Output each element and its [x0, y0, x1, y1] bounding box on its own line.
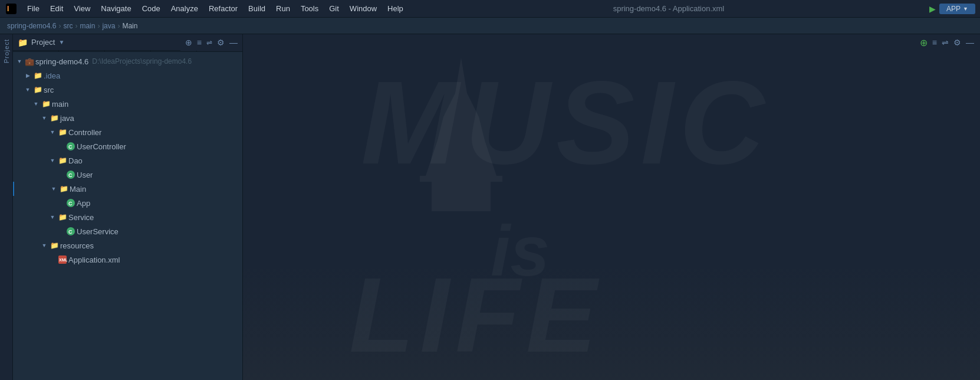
- menu-tools[interactable]: Tools: [296, 3, 323, 14]
- menu-analyze[interactable]: Analyze: [166, 3, 203, 14]
- editor-toolbar-close[interactable]: —: [965, 37, 975, 48]
- tree-item-mainfolder[interactable]: ▼ 📁 Main: [13, 182, 242, 196]
- tree-item-applicationxml[interactable]: XML Application.xml: [13, 253, 242, 267]
- tree-icon-src: 📁: [33, 85, 42, 94]
- tree-item-service[interactable]: ▼ 📁 Service: [13, 210, 242, 224]
- svg-text:I: I: [7, 5, 9, 13]
- breadcrumb-main[interactable]: main: [80, 22, 95, 30]
- tree-icon-service: 📁: [58, 212, 67, 222]
- tree-icon-java: 📁: [50, 113, 59, 123]
- breadcrumb-sep-2: ›: [97, 22, 100, 30]
- tree-icon-controller: 📁: [58, 127, 67, 137]
- bg-landscape: [243, 262, 980, 380]
- svg-text:C: C: [68, 229, 73, 235]
- menu-file[interactable]: File: [22, 3, 44, 14]
- panel-toolbar-add[interactable]: ⊕: [184, 37, 193, 48]
- tree-label-dao: Dao: [68, 156, 83, 165]
- tree-arrow-app: [57, 199, 65, 207]
- tree-arrow-user: [57, 171, 65, 179]
- tree-label-resources: resources: [60, 241, 94, 250]
- menu-code[interactable]: Code: [137, 3, 165, 14]
- breadcrumb-java[interactable]: java: [102, 22, 115, 30]
- panel-title: Project: [31, 38, 55, 47]
- menu-git[interactable]: Git: [324, 3, 344, 14]
- tree-label-service: Service: [68, 213, 94, 222]
- panel-toolbar-collapse[interactable]: ≡: [196, 37, 203, 48]
- breadcrumb-project[interactable]: spring-demo4.6: [7, 22, 56, 30]
- panel-toolbar-settings[interactable]: ⚙: [216, 37, 226, 48]
- tree-item-dao[interactable]: ▼ 📁 Dao: [13, 153, 242, 168]
- tree-item-java[interactable]: ▼ 📁 java: [13, 111, 242, 125]
- editor-toolbar-collapse-all[interactable]: ≡: [931, 37, 938, 48]
- tree-label-main: main: [52, 100, 68, 109]
- tree-arrow-applicationxml: [48, 255, 57, 264]
- app-button-chevron: ▼: [963, 6, 968, 12]
- run-app-button[interactable]: APP ▼: [939, 4, 975, 14]
- tree-label-java: java: [60, 114, 74, 123]
- tree-arrow-userservice: [57, 227, 65, 235]
- tree-arrow-idea: ▶: [24, 71, 32, 80]
- editor-toolbar-expand[interactable]: ⇌: [940, 37, 950, 48]
- tree-item-resources[interactable]: ▼ 📁 resources: [13, 238, 242, 253]
- tree-arrow-main: ▼: [32, 100, 40, 108]
- panel-toolbar-close[interactable]: —: [228, 37, 239, 48]
- breadcrumb: spring-demo4.6 › src › main › java › Mai…: [0, 18, 980, 34]
- svg-text:C: C: [68, 144, 73, 150]
- breadcrumb-mainfolder[interactable]: Main: [122, 22, 137, 30]
- tree-icon-dao: 📁: [58, 156, 67, 165]
- project-panel: 📁 Project ▼ ⊕ ≡ ⇌ ⚙ —: [13, 34, 243, 380]
- editor-toolbar-settings[interactable]: ⚙: [952, 37, 962, 48]
- tree-path-root: D:\IdeaProjects\spring-demo4.6: [92, 57, 192, 65]
- app-logo: I: [5, 2, 18, 15]
- tree-item-root[interactable]: ▼ 💼 spring-demo4.6 D:\IdeaProjects\sprin…: [13, 54, 242, 68]
- tree-label-mainfolder: Main: [70, 185, 86, 194]
- menu-refactor[interactable]: Refactor: [204, 3, 242, 14]
- tree-label-controller: Controller: [68, 128, 101, 137]
- run-icon-green: ▶: [929, 4, 936, 14]
- svg-text:C: C: [68, 172, 73, 178]
- menu-run[interactable]: Run: [271, 3, 295, 14]
- tree-label-usercontroller: UserController: [77, 142, 126, 151]
- tree-icon-userservice: C: [66, 227, 75, 236]
- tree-icon-user: C: [66, 170, 75, 179]
- tree-arrow-usercontroller: [57, 142, 65, 150]
- main-content: Project 📁 Project ▼ ⊕ ≡ ⇌ ⚙ —: [0, 34, 980, 380]
- menu-build[interactable]: Build: [244, 3, 270, 14]
- panel-toolbar-expand[interactable]: ⇌: [205, 37, 213, 48]
- window-title: spring-demo4.6 - Application.xml: [409, 4, 928, 13]
- tree-icon-idea: 📁: [33, 71, 42, 80]
- tree-arrow-src: ▼: [24, 86, 32, 94]
- svg-text:XML: XML: [59, 258, 67, 262]
- bg-text-music: MUSIC: [361, 64, 770, 182]
- menu-view[interactable]: View: [69, 3, 95, 14]
- tree-label-user: User: [77, 171, 93, 179]
- tree-label-idea: .idea: [44, 71, 60, 80]
- menu-help[interactable]: Help: [383, 3, 408, 14]
- tree-item-main[interactable]: ▼ 📁 main: [13, 97, 242, 111]
- tree-icon-main: 📁: [41, 99, 51, 109]
- app-button-label: APP: [946, 5, 961, 13]
- tree-item-usercontroller[interactable]: C UserController: [13, 139, 242, 153]
- tree-icon-resources: 📁: [50, 241, 59, 250]
- tree-item-src[interactable]: ▼ 📁 src: [13, 83, 242, 97]
- tree-arrow-mainfolder: ▼: [50, 185, 58, 193]
- menu-navigate[interactable]: Navigate: [96, 3, 136, 14]
- menu-edit[interactable]: Edit: [45, 3, 68, 14]
- tree-label-userservice: UserService: [77, 227, 119, 236]
- side-tab-project[interactable]: Project: [3, 34, 10, 68]
- tree-item-app[interactable]: C App: [13, 196, 242, 210]
- tree-item-userservice[interactable]: C UserService: [13, 224, 242, 238]
- menu-window[interactable]: Window: [345, 3, 382, 14]
- project-tree: ▼ 💼 spring-demo4.6 D:\IdeaProjects\sprin…: [13, 52, 242, 380]
- tree-item-user[interactable]: C User: [13, 168, 242, 182]
- tree-arrow-dao: ▼: [48, 156, 57, 165]
- breadcrumb-src[interactable]: src: [63, 22, 73, 30]
- editor-toolbar-add[interactable]: ⊕: [919, 36, 929, 50]
- panel-folder-icon: 📁: [18, 38, 28, 47]
- tree-item-idea[interactable]: ▶ 📁 .idea: [13, 68, 242, 83]
- tree-icon-mainfolder: 📁: [59, 184, 68, 194]
- tree-label-root: spring-demo4.6: [35, 57, 88, 66]
- tree-item-controller[interactable]: ▼ 📁 Controller: [13, 125, 242, 139]
- panel-chevron[interactable]: ▼: [58, 39, 64, 45]
- tree-label-applicationxml: Application.xml: [68, 255, 120, 264]
